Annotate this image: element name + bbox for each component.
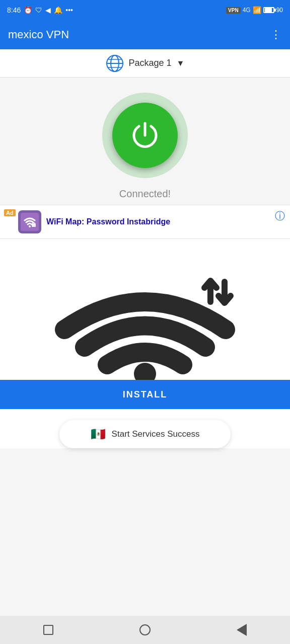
network-type: 4G [243,7,251,14]
signal-icon: 📶 [253,6,261,14]
wifi-ad-area[interactable]: INSTALL 🇲🇽 Start Services Success [0,239,290,448]
back-icon [237,624,247,636]
time-display: 8:46 [7,6,21,14]
home-button[interactable] [135,620,155,640]
battery-fill [265,8,272,12]
vpn-badge: VPN [226,7,241,14]
svg-point-7 [134,363,156,380]
recents-icon [43,625,53,635]
power-button-wrapper [102,93,188,178]
package-selector[interactable]: Package 1 ▼ [0,49,290,77]
app-bar: mexico VPN ⋮ [0,20,290,49]
app-title: mexico VPN [8,28,69,41]
battery-icon [263,7,274,13]
globe-icon [106,54,124,72]
back-button[interactable] [232,620,252,640]
ad-info-icon[interactable]: ⓘ [275,209,285,223]
status-right: VPN 4G 📶 90 [226,6,283,14]
clock-icon: ⏰ [24,6,32,14]
navigation-icon: ◀ [45,6,51,14]
wifi-large-icon [49,249,241,380]
status-left: 8:46 ⏰ 🛡 ◀ 🔔 ••• [7,6,73,14]
ad-app-inner-icon [21,213,39,231]
power-button[interactable] [112,103,178,168]
more-status-icon: ••• [65,6,73,14]
chevron-down-icon: ▼ [177,59,185,68]
alarm-icon: 🔔 [54,6,62,14]
ad-label: Ad [4,209,16,216]
power-icon [129,119,161,151]
wifi-lock-icon [22,214,37,229]
main-content: Connected! [0,77,290,205]
ad-banner: Ad WiFi Map: Password Instabridge ⓘ [0,205,290,239]
connection-status: Connected! [119,188,171,200]
svg-rect-6 [32,223,36,227]
toast-flag-icon: 🇲🇽 [91,427,106,441]
recents-button[interactable] [38,620,58,640]
more-menu-icon[interactable]: ⋮ [270,28,282,41]
status-bar: 8:46 ⏰ 🛡 ◀ 🔔 ••• VPN 4G 📶 90 [0,0,290,20]
battery-level: 90 [276,7,283,14]
ad-app-title[interactable]: WiFi Map: Password Instabridge [46,217,284,226]
package-label: Package 1 [129,58,172,68]
svg-point-5 [29,225,31,227]
install-button[interactable]: INSTALL [0,380,290,409]
toast-message: Start Services Success [112,429,200,439]
toast-notification: 🇲🇽 Start Services Success [59,420,231,448]
home-icon [139,624,151,635]
ad-app-icon [18,210,41,233]
nav-bar [0,616,290,644]
security-icon: 🛡 [35,6,42,14]
